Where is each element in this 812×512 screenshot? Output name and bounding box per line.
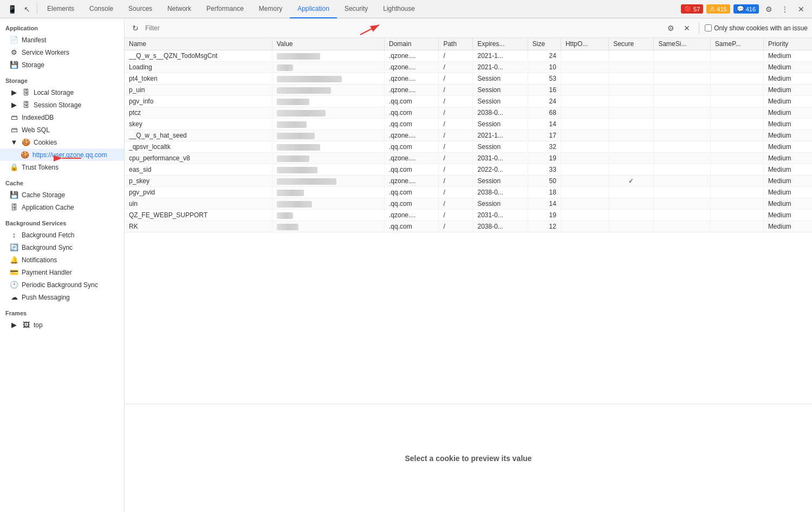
error-icon: 🔴 xyxy=(684,5,692,12)
sidebar-item-application-cache[interactable]: 🗄 Application Cache xyxy=(0,201,124,213)
sidebar-item-indexeddb[interactable]: 🗃 IndexedDB xyxy=(0,111,124,124)
tab-network[interactable]: Network xyxy=(160,0,199,18)
sidebar-item-service-workers[interactable]: ⚙ Service Workers xyxy=(0,46,124,59)
sidebar-item-manifest[interactable]: 📄 Manifest xyxy=(0,34,124,46)
sidebar-item-trust-tokens[interactable]: 🔒 Trust Tokens xyxy=(0,161,124,173)
cell-domain: .qzone.... xyxy=(384,73,438,85)
cell-samep xyxy=(710,119,763,130)
cookies-expand-icon: ▼ xyxy=(10,138,18,146)
error-badge[interactable]: 🔴 57 xyxy=(681,4,703,14)
push-messaging-icon: ☁ xyxy=(10,293,18,301)
col-httpo[interactable]: HttpO... xyxy=(561,38,608,50)
col-domain[interactable]: Domain xyxy=(384,38,438,50)
sidebar-item-periodic-bg-sync[interactable]: 🕐 Periodic Background Sync xyxy=(0,278,124,291)
cell-secure xyxy=(609,107,654,119)
table-row[interactable]: cpu_performance_v8 .qzone.... / 2031-0..… xyxy=(125,153,812,164)
cell-path: / xyxy=(439,176,473,187)
table-row[interactable]: pgv_info .qq.com / Session 24 Medium xyxy=(125,96,812,107)
table-row[interactable]: RK .qq.com / 2038-0... 12 Medium xyxy=(125,221,812,232)
cell-expires: Session xyxy=(473,141,528,153)
sidebar-item-session-storage[interactable]: ▶ 🗄 Session Storage xyxy=(0,99,124,111)
cell-path: / xyxy=(439,73,473,85)
col-samep[interactable]: SameP... xyxy=(710,38,763,50)
col-samesi[interactable]: SameSi... xyxy=(654,38,710,50)
col-secure[interactable]: Secure xyxy=(609,38,654,50)
sidebar-item-bg-sync[interactable]: 🔄 Background Sync xyxy=(0,241,124,254)
table-row[interactable]: skey .qq.com / Session 14 Medium xyxy=(125,119,812,130)
tab-elements[interactable]: Elements xyxy=(40,0,82,18)
info-badge[interactable]: 💬 416 xyxy=(733,4,759,14)
tab-memory[interactable]: Memory xyxy=(251,0,290,18)
sidebar-item-web-sql[interactable]: 🗃 Web SQL xyxy=(0,124,124,136)
cell-expires: 2021-0... xyxy=(473,62,528,73)
cell-domain: .qq.com xyxy=(384,141,438,153)
col-expires[interactable]: Expires... xyxy=(473,38,528,50)
col-priority[interactable]: Priority xyxy=(763,38,812,50)
table-row[interactable]: ptcz .qq.com / 2038-0... 68 Medium xyxy=(125,107,812,119)
cell-size: 19 xyxy=(528,210,561,221)
sidebar-item-payment-handler[interactable]: 💳 Payment Handler xyxy=(0,266,124,278)
col-name[interactable]: Name xyxy=(125,38,272,50)
cell-path: / xyxy=(439,210,473,221)
sidebar-item-frames-top[interactable]: ▶ 🖼 top xyxy=(0,319,124,331)
table-row[interactable]: pt4_token .qzone.... / Session 53 Medium xyxy=(125,73,812,85)
device-icon[interactable]: 📱 xyxy=(4,2,20,17)
sidebar-item-cookie-domain[interactable]: 🍪 https://user.qzone.qq.com xyxy=(0,148,124,161)
cell-expires: 2031-0... xyxy=(473,210,528,221)
cell-httpo xyxy=(561,50,608,62)
cell-size: 50 xyxy=(528,176,561,187)
table-row[interactable]: Loading .qzone.... / 2021-0... 10 Medium xyxy=(125,62,812,73)
cell-expires: 2038-0... xyxy=(473,221,528,232)
websql-icon: 🗃 xyxy=(10,126,18,134)
tab-performance[interactable]: Performance xyxy=(199,0,251,18)
table-row[interactable]: __Q_w_s_hat_seed .qzone.... / 2021-1... … xyxy=(125,130,812,141)
cell-value xyxy=(272,96,384,107)
tab-sources[interactable]: Sources xyxy=(121,0,160,18)
sidebar-item-cache-storage[interactable]: 💾 Cache Storage xyxy=(0,189,124,201)
close-button[interactable] xyxy=(795,3,808,16)
table-row[interactable]: pgv_pvid .qq.com / 2038-0... 18 Medium xyxy=(125,187,812,198)
cell-httpo xyxy=(561,107,608,119)
sidebar-item-local-storage[interactable]: ▶ 🗄 Local Storage xyxy=(0,86,124,99)
sidebar-item-storage-overview[interactable]: 💾 Storage xyxy=(0,59,124,71)
col-size[interactable]: Size xyxy=(528,38,561,50)
cell-samep xyxy=(710,141,763,153)
filter-input[interactable] xyxy=(145,24,661,32)
tab-application[interactable]: Application xyxy=(290,0,337,18)
col-value[interactable]: Value xyxy=(272,38,384,50)
table-row[interactable]: QZ_FE_WEBP_SUPPORT .qzone.... / 2031-0..… xyxy=(125,210,812,221)
table-row[interactable]: uin .qq.com / Session 14 Medium xyxy=(125,198,812,210)
only-issues-checkbox[interactable] xyxy=(705,24,712,31)
sidebar-item-cookies[interactable]: ▼ 🍪 Cookies xyxy=(0,136,124,148)
tab-console[interactable]: Console xyxy=(82,0,121,18)
cell-secure xyxy=(609,198,654,210)
table-row[interactable]: _qpsvr_localtk .qq.com / Session 32 Medi… xyxy=(125,141,812,153)
cell-domain: .qq.com xyxy=(384,187,438,198)
cell-samep xyxy=(710,210,763,221)
cell-samesi xyxy=(654,73,710,85)
tab-security[interactable]: Security xyxy=(337,0,375,18)
cell-samesi xyxy=(654,85,710,96)
sidebar-item-push-messaging[interactable]: ☁ Push Messaging xyxy=(0,291,124,303)
sidebar-item-notifications[interactable]: 🔔 Notifications xyxy=(0,254,124,266)
cell-httpo xyxy=(561,187,608,198)
table-row[interactable]: __Q_w_s__QZN_TodoMsgCnt .qzone.... / 202… xyxy=(125,50,812,62)
only-issues-checkbox-label[interactable]: Only show cookies with an issue xyxy=(705,24,808,32)
table-row[interactable]: p_uin .qzone.... / Session 16 Medium xyxy=(125,85,812,96)
cell-secure xyxy=(609,96,654,107)
filter-settings-button[interactable]: ⚙ xyxy=(664,22,677,35)
warning-badge[interactable]: ⚠ 415 xyxy=(706,4,730,14)
cell-path: / xyxy=(439,153,473,164)
table-row[interactable]: eas_sid .qq.com / 2022-0... 33 Medium xyxy=(125,164,812,176)
col-path[interactable]: Path xyxy=(439,38,473,50)
inspect-icon[interactable]: ↖ xyxy=(20,2,35,17)
more-button[interactable] xyxy=(778,3,791,16)
cell-httpo xyxy=(561,85,608,96)
table-row[interactable]: p_skey .qzone.... / Session 50 ✓ Medium xyxy=(125,176,812,187)
refresh-button[interactable]: ↻ xyxy=(129,22,142,35)
clear-filter-button[interactable]: ✕ xyxy=(680,22,693,35)
sidebar-item-bg-fetch[interactable]: ↕ Background Fetch xyxy=(0,229,124,241)
tab-lighthouse[interactable]: Lighthouse xyxy=(375,0,423,18)
cell-name: RK xyxy=(125,221,272,232)
settings-button[interactable] xyxy=(762,3,775,16)
